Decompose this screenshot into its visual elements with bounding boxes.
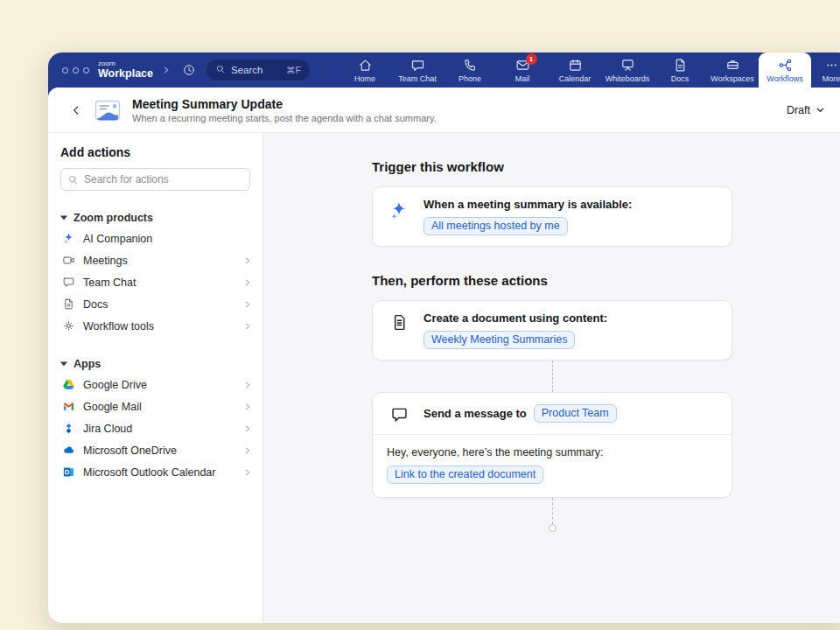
message-body-text: Hey, everyone, here’s the meeting summar… xyxy=(387,446,718,458)
history-icon[interactable] xyxy=(179,61,198,80)
search-icon xyxy=(215,64,226,76)
sidebar-item-microsoft-onedrive[interactable]: Microsoft OneDrive xyxy=(48,439,262,461)
nav-item-label: More xyxy=(822,74,840,83)
triangle-down-icon xyxy=(60,361,67,367)
workflow-flow: Trigger this workflow When a meeting sum… xyxy=(372,159,732,532)
sidebar-item-jira-cloud[interactable]: Jira Cloud xyxy=(48,417,262,439)
chevron-right-icon xyxy=(243,468,252,477)
phone-icon xyxy=(463,58,478,73)
chevron-right-icon[interactable] xyxy=(162,66,171,74)
sidebar-section-zoom-products: Zoom products AI Companion Meetings xyxy=(48,208,262,337)
gear-icon xyxy=(61,319,75,332)
nav-item-whiteboards[interactable]: Whiteboards xyxy=(601,52,654,88)
window-controls[interactable] xyxy=(62,67,89,74)
page-title: Meeting Summary Update xyxy=(132,97,437,111)
send-message-card[interactable]: Send a message to Product Team Hey, ever… xyxy=(372,392,732,498)
zoom-workplace-logo[interactable]: zoom Workplace xyxy=(98,60,153,80)
sidebar-item-label: Google Mail xyxy=(83,401,142,413)
draft-status-dropdown[interactable]: Draft xyxy=(781,101,830,120)
window-control-dot[interactable] xyxy=(62,67,68,74)
window-control-dot[interactable] xyxy=(83,67,89,74)
workflow-header: Meeting Summary Update When a recurring … xyxy=(48,88,840,133)
window-control-dot[interactable] xyxy=(73,67,79,74)
back-button[interactable] xyxy=(69,103,83,117)
workflow-title-block: Meeting Summary Update When a recurring … xyxy=(132,97,437,123)
nav-item-label: Workflows xyxy=(766,74,802,83)
sidebar-item-workflow-tools[interactable]: Workflow tools xyxy=(48,315,262,337)
send-message-body: Hey, everyone, here’s the meeting summar… xyxy=(373,435,732,497)
search-shortcut: ⌘F xyxy=(286,65,301,75)
flow-end-node[interactable] xyxy=(549,524,556,532)
status-badge: Draft xyxy=(787,104,810,116)
nav-item-label: Team Chat xyxy=(398,74,437,83)
nav-item-label: Mail xyxy=(515,74,530,83)
outlook-icon xyxy=(61,466,75,479)
nav-item-label: Whiteboards xyxy=(606,74,650,83)
connector-dashed xyxy=(552,360,553,392)
trigger-card[interactable]: When a meeting summary is available: All… xyxy=(372,186,732,247)
send-message-token[interactable]: Product Team xyxy=(534,404,617,423)
sidebar-item-label: AI Companion xyxy=(83,233,152,245)
chat-icon xyxy=(410,58,425,73)
sidebar-heading: Add actions xyxy=(48,145,262,159)
sidebar-item-google-drive[interactable]: Google Drive xyxy=(48,374,262,396)
actions-heading: Then, perform these actions xyxy=(372,273,732,288)
trigger-card-content: When a meeting summary is available: All… xyxy=(424,198,632,235)
mail-icon: 1 xyxy=(515,58,530,73)
chevron-down-icon xyxy=(816,105,825,115)
chat-icon xyxy=(61,276,75,289)
chevron-right-icon xyxy=(243,446,252,455)
search-icon xyxy=(67,173,79,189)
actions-search xyxy=(60,168,250,191)
nav-item-mail[interactable]: 1 Mail xyxy=(496,52,549,88)
home-icon xyxy=(358,58,373,73)
sidebar-item-microsoft-outlook-calendar[interactable]: Microsoft Outlook Calendar xyxy=(48,461,262,483)
sidebar-item-docs[interactable]: Docs xyxy=(48,293,262,315)
chevron-right-icon xyxy=(243,256,252,265)
create-document-card[interactable]: Create a document using content: Weekly … xyxy=(372,300,732,360)
sidebar-item-label: Microsoft Outlook Calendar xyxy=(83,466,215,479)
chevron-right-icon xyxy=(243,300,252,309)
chevron-right-icon xyxy=(243,402,252,411)
trigger-text: When a meeting summary is available: xyxy=(424,198,632,211)
calendar-icon xyxy=(568,58,583,73)
sidebar-item-meetings[interactable]: Meetings xyxy=(48,249,262,271)
nav-item-more[interactable]: More xyxy=(811,52,840,88)
actions-sidebar: Add actions Zoom products xyxy=(48,133,263,623)
section-label: Zoom products xyxy=(74,212,153,224)
nav-item-team-chat[interactable]: Team Chat xyxy=(391,52,444,88)
page-subtitle: When a recurring meeting starts, post th… xyxy=(132,113,437,123)
send-message-header: Send a message to Product Team xyxy=(373,393,732,435)
nav-items: Home Team Chat Phone 1 Mail xyxy=(339,52,840,88)
section-header-zoom-products[interactable]: Zoom products xyxy=(48,208,262,228)
nav-item-docs[interactable]: Docs xyxy=(654,52,706,88)
send-message-text: Send a message to xyxy=(424,407,527,420)
create-document-token[interactable]: Weekly Meeting Summaries xyxy=(424,331,575,349)
nav-item-calendar[interactable]: Calendar xyxy=(549,52,601,88)
trigger-heading: Trigger this workflow xyxy=(372,159,732,174)
trigger-token[interactable]: All meetings hosted by me xyxy=(424,217,568,235)
nav-item-workflows[interactable]: Workflows xyxy=(759,52,811,88)
send-message-row: Send a message to Product Team xyxy=(424,404,617,423)
global-search[interactable]: Search ⌘F xyxy=(206,60,310,80)
search-actions-input[interactable] xyxy=(60,168,250,191)
workflow-surface: Meeting Summary Update When a recurring … xyxy=(48,88,840,623)
more-icon xyxy=(824,58,839,73)
sidebar-item-label: Google Drive xyxy=(83,379,147,391)
nav-item-home[interactable]: Home xyxy=(339,52,391,88)
chevron-right-icon xyxy=(243,424,252,433)
message-body-token[interactable]: Link to the created document xyxy=(387,466,543,484)
sidebar-item-ai-companion[interactable]: AI Companion xyxy=(48,228,262,249)
document-icon xyxy=(61,298,75,311)
sidebar-item-team-chat[interactable]: Team Chat xyxy=(48,271,262,293)
create-document-content: Create a document using content: Weekly … xyxy=(424,312,607,349)
whiteboard-icon xyxy=(620,58,635,73)
logo-workplace-text: Workplace xyxy=(98,68,153,80)
nav-item-label: Docs xyxy=(671,74,690,83)
sidebar-item-google-mail[interactable]: Google Mail xyxy=(48,396,262,417)
nav-item-workspaces[interactable]: Workspaces xyxy=(706,52,759,88)
nav-item-phone[interactable]: Phone xyxy=(444,52,496,88)
chevron-right-icon xyxy=(243,322,252,331)
sidebar-section-apps: Apps Google Drive Google Mail xyxy=(48,354,262,483)
section-header-apps[interactable]: Apps xyxy=(48,354,262,374)
